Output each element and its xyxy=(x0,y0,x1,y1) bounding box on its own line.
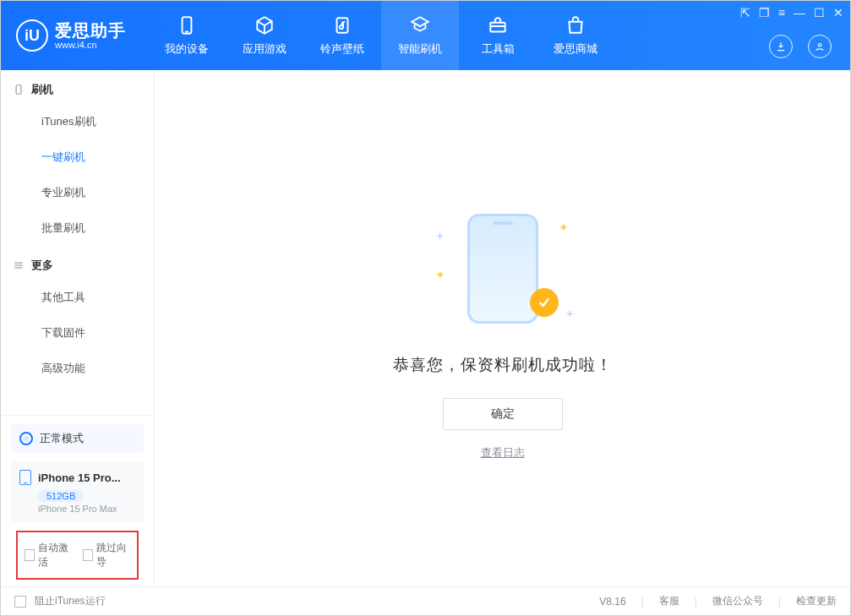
shop-icon xyxy=(565,14,586,36)
app-logo: iU 爱思助手 www.i4.cn xyxy=(1,1,141,70)
version-label: V8.16 xyxy=(599,596,625,608)
window-close-icon[interactable]: ✕ xyxy=(833,6,843,19)
download-button[interactable] xyxy=(769,35,793,58)
check-badge-icon xyxy=(530,288,559,317)
sidebar-item-pro-flash[interactable]: 专业刷机 xyxy=(1,175,154,210)
phone-device-icon xyxy=(19,470,31,485)
window-tab-icon[interactable]: ❐ xyxy=(759,6,770,19)
checkbox-label: 阻止iTunes运行 xyxy=(35,594,106,608)
success-illustration: + ✦ ✦ + xyxy=(452,214,554,332)
footer-link-support[interactable]: 客服 xyxy=(659,594,679,608)
top-nav: 我的设备 应用游戏 铃声壁纸 智能刷机 工具箱 爱思商城 xyxy=(148,1,614,70)
svg-point-4 xyxy=(818,44,821,47)
checkbox-label: 自动激活 xyxy=(38,541,72,570)
separator: | xyxy=(641,596,644,608)
separator: | xyxy=(778,596,781,608)
nav-ringtone-wallpaper[interactable]: 铃声壁纸 xyxy=(303,1,381,70)
checkbox-skip-guide[interactable]: 跳过向导 xyxy=(83,541,131,570)
window-minimize-icon[interactable]: — xyxy=(794,6,805,19)
device-name: iPhone 15 Pro... xyxy=(38,472,121,484)
more-icon xyxy=(13,259,25,271)
svg-rect-3 xyxy=(490,23,505,32)
music-icon xyxy=(331,14,353,36)
sidebar-item-itunes-flash[interactable]: iTunes刷机 xyxy=(1,104,154,139)
sidebar-item-advanced[interactable]: 高级功能 xyxy=(1,351,154,386)
checkbox-icon xyxy=(83,549,93,561)
window-pin-icon[interactable]: ⇱ xyxy=(740,6,750,19)
mode-label: 正常模式 xyxy=(40,431,84,446)
group-title: 更多 xyxy=(31,258,53,273)
view-log-link[interactable]: 查看日志 xyxy=(481,445,525,461)
refresh-icon xyxy=(409,14,431,36)
window-controls: ⇱ ❐ ≡ — ☐ ✕ xyxy=(740,6,843,19)
sidebar-item-oneclick-flash[interactable]: 一键刷机 xyxy=(1,139,154,175)
window-maximize-icon[interactable]: ☐ xyxy=(814,6,825,19)
nav-store[interactable]: 爱思商城 xyxy=(537,1,614,70)
sidebar-item-batch-flash[interactable]: 批量刷机 xyxy=(1,210,154,246)
nav-label: 智能刷机 xyxy=(398,41,442,57)
app-title: 爱思助手 xyxy=(55,21,126,40)
sidebar-group-flash: 刷机 xyxy=(1,70,154,104)
download-icon xyxy=(775,41,787,52)
device-mode-row[interactable]: 正常模式 xyxy=(11,424,144,453)
phone-icon xyxy=(176,14,198,36)
nav-toolbox[interactable]: 工具箱 xyxy=(459,1,537,70)
phone-illustration-icon xyxy=(467,214,538,324)
toolbox-icon xyxy=(487,14,509,36)
checkbox-icon xyxy=(14,596,26,608)
decor-sparkle-icon: ✦ xyxy=(435,268,445,281)
device-card[interactable]: iPhone 15 Pro... 512GB iPhone 15 Pro Max xyxy=(11,461,144,522)
app-url: www.i4.cn xyxy=(55,40,126,50)
group-title: 刷机 xyxy=(31,82,53,97)
ok-button[interactable]: 确定 xyxy=(443,398,563,430)
storage-badge: 512GB xyxy=(38,490,84,502)
device-icon xyxy=(13,84,25,95)
sidebar-group-more: 更多 xyxy=(1,246,154,280)
nav-label: 铃声壁纸 xyxy=(320,41,364,57)
window-menu-icon[interactable]: ≡ xyxy=(778,6,785,19)
activation-options-highlight: 自动激活 跳过向导 xyxy=(16,531,139,580)
logo-icon: iU xyxy=(16,19,48,52)
nav-label: 应用游戏 xyxy=(243,41,286,57)
nav-label: 我的设备 xyxy=(165,41,209,57)
separator: | xyxy=(695,596,697,608)
checkbox-icon xyxy=(25,549,35,561)
decor-plus-icon: + xyxy=(437,229,444,243)
checkbox-block-itunes[interactable]: 阻止iTunes运行 xyxy=(14,594,106,608)
device-full-name: iPhone 15 Pro Max xyxy=(38,504,135,514)
checkbox-auto-activate[interactable]: 自动激活 xyxy=(25,541,73,570)
footer-link-wechat[interactable]: 微信公众号 xyxy=(712,594,763,608)
svg-rect-5 xyxy=(16,85,21,95)
user-button[interactable] xyxy=(808,35,832,58)
nav-label: 爱思商城 xyxy=(554,41,597,57)
user-icon xyxy=(814,41,826,52)
nav-label: 工具箱 xyxy=(482,41,515,57)
sidebar-item-download-firmware[interactable]: 下载固件 xyxy=(1,315,154,351)
checkbox-label: 跳过向导 xyxy=(96,541,130,570)
nav-my-device[interactable]: 我的设备 xyxy=(148,1,226,70)
cube-icon xyxy=(254,14,275,36)
success-message: 恭喜您，保资料刷机成功啦！ xyxy=(393,354,613,376)
nav-smart-flash[interactable]: 智能刷机 xyxy=(381,1,459,70)
nav-apps-games[interactable]: 应用游戏 xyxy=(226,1,303,70)
footer-link-update[interactable]: 检查更新 xyxy=(796,594,837,608)
mode-indicator-icon xyxy=(19,432,33,445)
sidebar-item-other-tools[interactable]: 其他工具 xyxy=(1,280,154,315)
decor-plus-icon: + xyxy=(566,307,573,320)
decor-sparkle-icon: ✦ xyxy=(559,221,569,234)
